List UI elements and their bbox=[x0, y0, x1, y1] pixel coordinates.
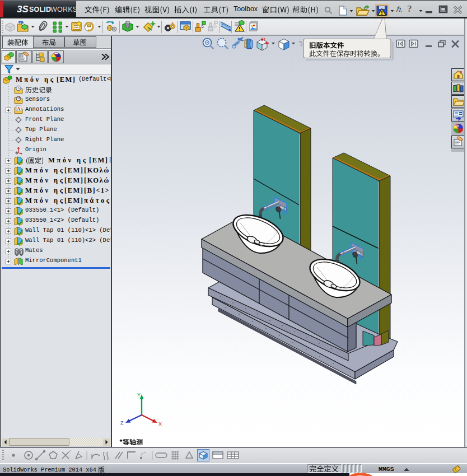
svg-text:3S: 3S bbox=[17, 4, 29, 15]
svg-text:A: A bbox=[17, 106, 21, 111]
svg-text:Z: Z bbox=[120, 420, 124, 426]
svg-text:Y: Y bbox=[137, 392, 141, 398]
svg-text:X: X bbox=[158, 421, 162, 427]
svg-text:SOLID: SOLID bbox=[29, 6, 51, 13]
svg-text:WORKS: WORKS bbox=[50, 6, 76, 13]
